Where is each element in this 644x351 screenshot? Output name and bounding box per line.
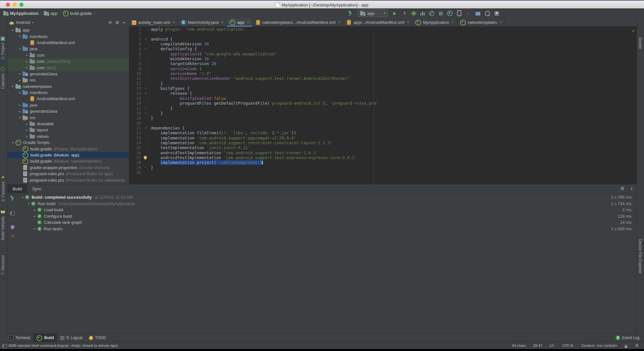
- stripe-button-gradle[interactable]: Gradle: [638, 37, 642, 49]
- tab-myapplication[interactable]: MyApplication×: [412, 18, 457, 26]
- project-view-selector[interactable]: Android: [16, 20, 30, 25]
- build-tab-build[interactable]: Build: [7, 185, 27, 193]
- locate-file-icon[interactable]: ⊕: [108, 20, 113, 25]
- tree-item-manifests[interactable]: ▾manifests: [7, 90, 129, 96]
- caret-position[interactable]: 28:47: [533, 344, 543, 347]
- tree-item-res[interactable]: ▾res: [7, 114, 129, 120]
- chevron-collapsed-icon[interactable]: ▸: [24, 128, 30, 132]
- zoom-window-button[interactable]: [19, 3, 24, 7]
- tree-item-proguard-rules.pro[interactable]: proguard-rules.pro(ProGuard Rules for ap…: [7, 171, 129, 177]
- pin-icon[interactable]: [11, 225, 14, 229]
- chevron-collapsed-icon[interactable]: ▸: [24, 135, 30, 138]
- stripe-button-1-project[interactable]: 1: Project: [1, 37, 5, 59]
- breadcrumb-item-myapplication[interactable]: MyApplication: [3, 11, 39, 16]
- device-manager-icon[interactable]: [447, 11, 453, 16]
- fold-marker[interactable]: ⌐: [143, 116, 149, 120]
- breadcrumb-item-build.gradle[interactable]: build.gradle: [63, 10, 92, 16]
- chevron-collapsed-icon[interactable]: ▸: [32, 227, 37, 230]
- chevron-expanded-icon[interactable]: ▾: [10, 141, 15, 144]
- tree-item-com[interactable]: ▸com(test): [7, 64, 129, 71]
- apply-changes-icon[interactable]: ϟ: [402, 11, 407, 16]
- tree-item-java[interactable]: ▸java: [7, 102, 129, 108]
- layout-grid-icon[interactable]: ⊞: [634, 343, 639, 348]
- close-window-button[interactable]: [6, 3, 10, 7]
- toolwindow-6-logcat[interactable]: 6: Logcat: [57, 334, 85, 342]
- tab-app-androidmanifest-xml[interactable]: app/.../AndroidManifest.xml×: [343, 18, 412, 26]
- build-row[interactable]: ▸✓Load build2 ms: [18, 207, 637, 213]
- chevron-collapsed-icon[interactable]: ▸: [24, 60, 30, 63]
- close-icon[interactable]: ×: [247, 20, 249, 24]
- chevron-collapsed-icon[interactable]: ▸: [24, 53, 30, 57]
- status-message[interactable]: ADB rejected shell command (logcat --hel…: [8, 344, 118, 347]
- chevron-collapsed-icon[interactable]: ▸: [32, 214, 37, 218]
- intention-bulb-icon[interactable]: [144, 156, 147, 159]
- tree-item-com[interactable]: ▸com(androidTest): [7, 58, 129, 64]
- chevron-collapsed-icon[interactable]: ▸: [17, 79, 23, 82]
- event-log-button[interactable]: 2 Event Log: [616, 336, 644, 340]
- attach-debugger-icon[interactable]: [429, 11, 434, 16]
- build-row[interactable]: ✓Calculate task graph14 ms: [18, 219, 637, 226]
- fold-marker[interactable]: ⌐: [143, 106, 149, 111]
- chevron-expanded-icon[interactable]: ▾: [20, 196, 25, 199]
- chevron-collapsed-icon[interactable]: ▸: [17, 110, 23, 113]
- stripe-button-7-structure[interactable]: 7: Structure: [1, 255, 5, 275]
- restore-panel-icon[interactable]: ⇤: [629, 186, 634, 191]
- chevron-collapsed-icon[interactable]: ▸: [17, 103, 23, 107]
- stripe-button-device-file-explorer[interactable]: Device File Explorer: [638, 239, 642, 273]
- fold-marker[interactable]: ⊟: [143, 126, 149, 130]
- code-editor[interactable]: 1apply plugin: 'com.android.application'…: [129, 27, 637, 175]
- sdk-manager-icon[interactable]: [457, 10, 461, 16]
- fold-marker[interactable]: ⊟: [143, 37, 149, 42]
- tree-item-androidmanifest.xml[interactable]: AndroidManifest.xml: [7, 40, 129, 46]
- fold-marker[interactable]: ⊟: [143, 91, 149, 96]
- line-separator[interactable]: LF↕: [549, 344, 555, 347]
- close-icon[interactable]: ×: [452, 20, 454, 24]
- fold-marker[interactable]: ⊟: [143, 86, 149, 91]
- fold-marker[interactable]: ⌐: [143, 165, 149, 170]
- tree-item-generatedjava[interactable]: ▸generatedJava: [7, 71, 129, 77]
- tree-item-com[interactable]: ▸com: [7, 52, 129, 58]
- fold-marker[interactable]: ⌐: [143, 111, 149, 116]
- close-icon[interactable]: ×: [221, 20, 224, 24]
- build-row[interactable]: ▸✓Configure build128 ms: [18, 213, 637, 220]
- gear-icon[interactable]: ⚙: [620, 186, 625, 191]
- toggle-stripes-icon[interactable]: [3, 344, 7, 348]
- close-icon[interactable]: ×: [10, 233, 15, 239]
- tree-item-app[interactable]: ▾app: [7, 27, 129, 33]
- vcs-update-icon[interactable]: ↓: [466, 11, 471, 16]
- tree-item-proguard-rules.pro[interactable]: proguard-rules.pro(ProGuard Rules for na…: [7, 177, 129, 183]
- stripe-button-captures[interactable]: Captures: [1, 67, 5, 89]
- tree-item-gradle-wrapper.properties[interactable]: gradle-wrapper.properties(Gradle Version…: [7, 165, 129, 171]
- filter-icon[interactable]: [10, 212, 15, 215]
- stop-icon[interactable]: [439, 12, 443, 15]
- tree-item-generatedjava[interactable]: ▸generatedJava: [7, 108, 129, 114]
- tree-item-manifests[interactable]: ▾manifests: [7, 33, 129, 39]
- hide-panel-icon[interactable]: ⇤: [122, 20, 127, 25]
- settings-avatar-icon[interactable]: [495, 11, 499, 16]
- debug-icon[interactable]: [412, 11, 416, 15]
- chevron-collapsed-icon[interactable]: ▸: [24, 66, 30, 69]
- tree-item-gradle scripts[interactable]: ▾Gradle Scripts: [7, 139, 129, 146]
- tab-nativetemplates-androidmanifest-xml[interactable]: nativetemplates/.../AndroidManifest.xml×: [253, 18, 344, 26]
- run-configuration-combo[interactable]: app▾: [358, 9, 388, 17]
- close-icon[interactable]: ×: [338, 20, 340, 24]
- run-button[interactable]: ▶: [392, 11, 398, 16]
- tree-item-java[interactable]: ▾java: [7, 46, 129, 52]
- toolwindow-terminal[interactable]: >_Terminal: [5, 334, 33, 342]
- close-icon[interactable]: ×: [500, 20, 502, 24]
- chevron-expanded-icon[interactable]: ▾: [10, 85, 15, 88]
- tab-activity-main-xml[interactable]: activity_main.xml×: [129, 18, 178, 26]
- chevron-expanded-icon[interactable]: ▾: [10, 29, 15, 32]
- tab-mainactivity-java[interactable]: CMainActivity.java×: [178, 18, 227, 26]
- fold-marker[interactable]: ⊟: [143, 46, 149, 51]
- chevron-expanded-icon[interactable]: ▾: [17, 47, 23, 51]
- chevron-expanded-icon[interactable]: ▾: [17, 116, 23, 119]
- chevron-expanded-icon[interactable]: ▾: [26, 202, 31, 205]
- tree-item-androidmanifest.xml[interactable]: AndroidManifest.xml: [7, 96, 129, 102]
- toolwindow-todo[interactable]: ✓TODO: [86, 334, 109, 342]
- tree-item-build.gradle[interactable]: build.gradle(Module: nativetemplates): [7, 158, 129, 164]
- tree-item-values[interactable]: ▸values: [7, 133, 129, 139]
- chevron-collapsed-icon[interactable]: ▸: [32, 208, 37, 212]
- build-row[interactable]: ▾✓Build: completed successfullyat 11/5/1…: [18, 194, 637, 201]
- close-icon[interactable]: ×: [407, 20, 409, 24]
